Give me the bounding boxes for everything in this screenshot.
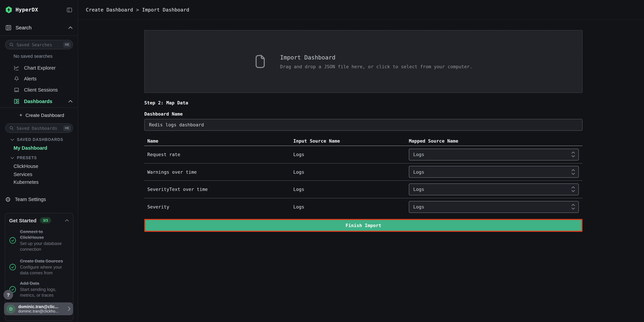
checklist-item-create-data-sources[interactable]: Create Data Sources Configure where your…	[9, 258, 69, 276]
breadcrumb-create-dashboard[interactable]: Create Dashboard	[86, 7, 133, 12]
row-name: SeverityText over time	[144, 187, 293, 192]
create-dashboard-button[interactable]: + Create Dashboard	[0, 110, 78, 120]
import-dropzone[interactable]: Import Dashboard Drag and drop a JSON fi…	[144, 30, 582, 93]
search-section-header[interactable]: Search	[0, 20, 78, 36]
select-value: Logs	[413, 152, 424, 157]
row-name: Warnings over time	[144, 169, 293, 175]
row-input-source: Logs	[293, 204, 409, 210]
sidebar-item-label: Alerts	[24, 76, 36, 82]
select-chevrons-icon	[571, 151, 576, 158]
no-saved-searches-text: No saved searches	[14, 54, 52, 59]
dashboard-name-input[interactable]: Redis logs dashboard	[144, 119, 582, 131]
table-row: Warnings over time Logs Logs	[144, 163, 582, 181]
table-row: SeverityText over time Logs Logs	[144, 181, 582, 198]
sidebar-item-dashboards[interactable]: Dashboards	[0, 96, 78, 107]
sidebar-toggle-icon[interactable]	[66, 6, 73, 13]
finish-import-button[interactable]: Finish Import	[144, 219, 582, 232]
gear-icon: ⚙	[5, 196, 11, 202]
cmd-k-shortcut: ⌘K	[63, 125, 71, 131]
chevron-up-icon[interactable]	[65, 219, 69, 222]
checklist-item-connect-clickhouse[interactable]: Connect to ClickHouse Set up your databa…	[9, 229, 69, 252]
search-panel-icon	[5, 24, 12, 31]
section-label: SAVED DASHBOARDS	[17, 138, 63, 142]
check-circle-icon	[9, 237, 20, 244]
mapped-source-select[interactable]: Logs	[409, 201, 579, 213]
row-name: Severity	[144, 204, 293, 210]
user-email: dominic.tran@clickho...	[18, 309, 68, 313]
breadcrumb: Create Dashboard > Import Dashboard	[86, 7, 189, 12]
dropzone-subtitle: Drag and drop a JSON file here, or click…	[280, 64, 472, 69]
dashboard-name-label: Dashboard Name	[144, 111, 183, 116]
table-row: Request rate Logs Logs	[144, 146, 582, 163]
mapping-table: Name Input Source Name Mapped Source Nam…	[144, 136, 582, 216]
mapped-source-select[interactable]: Logs	[409, 149, 579, 160]
table-row: Severity Logs Logs	[144, 198, 582, 216]
finish-import-label: Finish Import	[346, 223, 381, 228]
row-input-source: Logs	[293, 169, 409, 175]
select-chevrons-icon	[571, 186, 576, 193]
sidebar-item-kubernetes[interactable]: Kubernetes	[14, 180, 38, 185]
sidebar-item-my-dashboard[interactable]: My Dashboard	[14, 145, 47, 151]
chevron-up-icon[interactable]	[68, 100, 73, 103]
sidebar-item-label: Client Sessions	[24, 87, 58, 92]
chart-line-icon	[14, 65, 20, 71]
sidebar-item-client-sessions[interactable]: Client Sessions	[0, 84, 78, 95]
sidebar-item-alerts[interactable]: Alerts	[0, 73, 78, 84]
breadcrumb-import-dashboard[interactable]: Import Dashboard	[142, 7, 189, 12]
table-header-row: Name Input Source Name Mapped Source Nam…	[144, 136, 582, 146]
select-value: Logs	[413, 204, 424, 210]
checklist-item-desc: Configure where your data comes from	[20, 264, 69, 276]
select-chevrons-icon	[571, 204, 576, 210]
sidebar-item-team-settings[interactable]: ⚙ Team Settings	[0, 194, 78, 205]
step-label: Step 2: Map Data	[144, 100, 188, 106]
search-section-label: Search	[16, 25, 32, 30]
sidebar-item-label: Chart Explorer	[24, 65, 56, 70]
search-icon	[9, 42, 14, 47]
check-circle-icon	[9, 264, 20, 270]
checklist-item-add-data[interactable]: Add Data Start sending logs, metrics, or…	[9, 280, 69, 298]
mapped-source-select[interactable]: Logs	[409, 166, 579, 178]
column-header-name: Name	[144, 138, 293, 144]
user-account-button[interactable]: D dominic.tran@clic... dominic.tran@clic…	[4, 302, 73, 315]
cmd-k-shortcut: ⌘K	[63, 42, 71, 48]
saved-searches-placeholder: Saved Searches	[16, 42, 63, 47]
select-value: Logs	[413, 187, 424, 192]
help-button[interactable]: ?	[4, 290, 13, 300]
main-area: Create Dashboard > Import Dashboard Impo…	[78, 0, 644, 322]
column-header-input-source: Input Source Name	[293, 138, 409, 144]
dropzone-title: Import Dashboard	[280, 54, 472, 61]
hyperdx-logo-icon	[5, 6, 12, 14]
presets-section-toggle[interactable]: PRESETS	[10, 156, 37, 160]
saved-searches-input[interactable]: Saved Searches ⌘K	[5, 40, 73, 49]
saved-dashboards-input[interactable]: Saved Dashboards ⌘K	[5, 123, 73, 133]
mapped-source-select[interactable]: Logs	[409, 184, 579, 195]
plus-icon: +	[19, 112, 22, 118]
select-chevrons-icon	[571, 168, 576, 176]
checklist-item-title: Connect to ClickHouse	[20, 229, 69, 240]
checklist-item-title: Add Data	[20, 280, 69, 286]
sidebar-item-services[interactable]: Services	[14, 172, 32, 178]
checklist-item-title: Create Data Sources	[20, 258, 69, 264]
checklist-item-desc: Set up your database connection	[20, 240, 69, 252]
search-icon	[9, 126, 14, 130]
logo-row: HyperDX	[0, 0, 78, 20]
saved-dashboards-section-toggle[interactable]: SAVED DASHBOARDS	[10, 138, 63, 142]
sidebar: HyperDX Search	[0, 0, 78, 322]
row-input-source: Logs	[293, 187, 409, 192]
select-value: Logs	[413, 169, 424, 175]
checklist-item-desc: Start sending logs, metrics, or traces	[20, 286, 69, 298]
app-title: HyperDX	[16, 7, 38, 13]
app-root: HyperDX Search	[0, 0, 644, 322]
chevron-down-icon	[10, 156, 14, 159]
bell-icon	[14, 76, 20, 82]
top-bar: Create Dashboard > Import Dashboard	[78, 0, 644, 20]
chevron-right-icon	[68, 306, 70, 311]
create-dashboard-label: Create Dashboard	[26, 112, 64, 118]
chevron-up-icon[interactable]	[68, 26, 73, 29]
get-started-header[interactable]: Get Started 3/3	[9, 217, 69, 223]
sidebar-item-clickhouse[interactable]: ClickHouse	[14, 164, 38, 169]
column-header-mapped-source: Mapped Source Name	[409, 138, 582, 144]
sidebar-item-chart-explorer[interactable]: Chart Explorer	[0, 62, 78, 73]
section-label: PRESETS	[17, 156, 37, 160]
sidebar-item-label: Dashboards	[24, 99, 52, 104]
